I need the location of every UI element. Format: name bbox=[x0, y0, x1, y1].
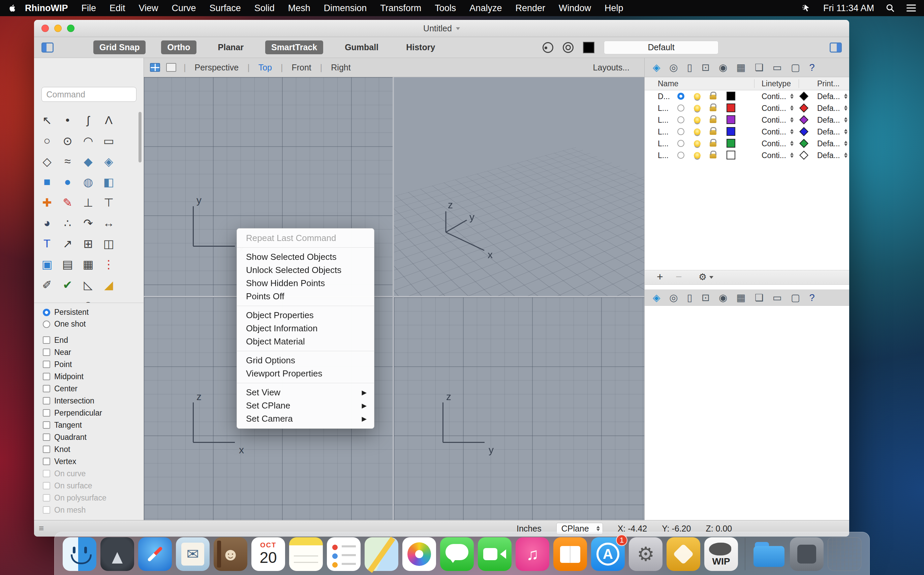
menu-dimension[interactable]: Dimension bbox=[317, 3, 374, 13]
layer-row[interactable]: D... Conti... Defa... bbox=[645, 91, 849, 102]
page-panel-tab-icon[interactable]: ❏ bbox=[755, 292, 764, 303]
column-name[interactable]: Name bbox=[658, 79, 678, 88]
checkbox-icon[interactable] bbox=[43, 337, 50, 344]
help-panel-tab-icon[interactable]: ? bbox=[809, 62, 814, 73]
lock-icon[interactable] bbox=[710, 106, 716, 111]
osnap-persistent-option[interactable]: Persistent bbox=[34, 307, 144, 318]
dock-trash-icon[interactable] bbox=[828, 537, 861, 571]
minimize-button[interactable] bbox=[54, 25, 62, 32]
polygon-tool-icon[interactable]: ◇ bbox=[37, 151, 57, 172]
menu-window[interactable]: Window bbox=[552, 3, 598, 13]
lock-icon[interactable] bbox=[710, 118, 716, 123]
layers-panel-tab-icon[interactable]: ◈ bbox=[653, 292, 660, 303]
snap-end[interactable]: End bbox=[34, 334, 144, 346]
named-views-panel-tab-icon[interactable]: ◉ bbox=[719, 292, 727, 303]
smarttrack-toggle[interactable]: SmartTrack bbox=[265, 40, 323, 54]
sphere-tool-icon[interactable]: ● bbox=[57, 172, 78, 192]
lock-icon[interactable] bbox=[710, 142, 716, 147]
current-layer-radio[interactable] bbox=[677, 93, 684, 100]
dashes-tool-icon[interactable]: ┄ bbox=[57, 295, 78, 303]
rectangle-tool-icon[interactable]: ▭ bbox=[98, 130, 119, 151]
snap-vertex[interactable]: Vertex bbox=[34, 455, 144, 467]
checkbox-icon[interactable] bbox=[43, 397, 50, 405]
add-layer-button[interactable]: + bbox=[657, 271, 663, 283]
layer-print-width[interactable]: Defa... bbox=[817, 115, 848, 124]
checkbox-icon[interactable] bbox=[43, 421, 50, 429]
print-color-diamond[interactable] bbox=[799, 115, 808, 124]
single-view-layout-icon[interactable] bbox=[166, 63, 176, 72]
scale-tool-icon[interactable]: ↔ bbox=[98, 213, 119, 233]
layer-linetype[interactable]: Conti... bbox=[762, 151, 794, 160]
record-history-icon[interactable] bbox=[563, 42, 573, 53]
hatch-panel-tab-icon[interactable]: ▦ bbox=[736, 62, 745, 73]
dock-finder-icon[interactable] bbox=[63, 537, 96, 571]
planar-toggle[interactable]: Planar bbox=[212, 40, 250, 54]
apple-icon[interactable] bbox=[8, 3, 16, 13]
title-bar[interactable]: Untitled bbox=[34, 20, 849, 37]
dock-launchpad-icon[interactable] bbox=[100, 537, 134, 571]
check-tool-icon[interactable]: ✔ bbox=[57, 274, 78, 295]
menu-item-object-information[interactable]: Object Information bbox=[237, 322, 374, 335]
zoom-button[interactable] bbox=[67, 25, 75, 32]
checkbox-icon[interactable] bbox=[43, 458, 50, 465]
anchor-tool-icon[interactable]: ⊤ bbox=[98, 192, 119, 213]
radio-unselected-icon[interactable] bbox=[43, 321, 50, 328]
menu-app-name[interactable]: RhinoWIP bbox=[18, 3, 75, 13]
layer-row[interactable]: L... Conti... Defa... bbox=[645, 138, 849, 149]
layer-row[interactable]: L... Conti... Defa... bbox=[645, 149, 849, 161]
spotlight-search-icon[interactable] bbox=[886, 3, 895, 13]
layer-color-swatch[interactable] bbox=[727, 139, 735, 148]
menu-item-object-properties[interactable]: Object Properties bbox=[237, 309, 374, 322]
layer-print-width[interactable]: Defa... bbox=[817, 151, 848, 160]
select-pointer-tool-icon[interactable]: ↖ bbox=[37, 110, 57, 130]
menu-view[interactable]: View bbox=[132, 3, 165, 13]
menu-solid[interactable]: Solid bbox=[248, 3, 281, 13]
layer-options-dropdown[interactable]: ⚙ bbox=[699, 272, 713, 283]
layer-print-width[interactable]: Defa... bbox=[817, 103, 848, 113]
menu-analyze[interactable]: Analyze bbox=[463, 3, 508, 13]
plane-tool-icon[interactable]: ◧ bbox=[98, 172, 119, 192]
properties-panel-tab-icon[interactable]: ◎ bbox=[669, 62, 678, 73]
menu-render[interactable]: Render bbox=[508, 3, 552, 13]
radio-selected-icon[interactable] bbox=[43, 309, 50, 316]
layer-color-swatch[interactable] bbox=[727, 103, 735, 112]
freeform-curve-tool-icon[interactable]: ≈ bbox=[57, 151, 78, 172]
right-panel-toggle-icon[interactable] bbox=[830, 43, 842, 52]
menu-item-viewport-properties[interactable]: Viewport Properties bbox=[237, 367, 374, 380]
command-input[interactable] bbox=[41, 87, 137, 102]
tab-right[interactable]: Right bbox=[330, 63, 352, 73]
dock-rhino-wip-icon[interactable]: WIP bbox=[704, 537, 738, 571]
layer-print-width[interactable]: Defa... bbox=[817, 92, 848, 101]
current-layer-radio[interactable] bbox=[677, 128, 684, 135]
snap-knot[interactable]: Knot bbox=[34, 443, 144, 455]
checkbox-icon[interactable] bbox=[43, 446, 50, 453]
snap-tangent[interactable]: Tangent bbox=[34, 419, 144, 431]
lock-icon[interactable] bbox=[710, 154, 716, 159]
menu-item-set-camera[interactable]: Set Camera▶ bbox=[237, 412, 374, 425]
properties-panel-tab-icon[interactable]: ◎ bbox=[669, 292, 678, 303]
edit-pen-tool-icon[interactable]: ✐ bbox=[37, 274, 57, 295]
layouts-button[interactable]: Layouts... bbox=[593, 63, 638, 73]
bulb-icon[interactable] bbox=[694, 140, 700, 147]
materials-panel-tab-icon[interactable]: ⊡ bbox=[702, 62, 710, 73]
display-panel-tab-icon[interactable]: ▢ bbox=[791, 62, 800, 73]
current-layer-radio[interactable] bbox=[677, 116, 684, 123]
viewport-perspective[interactable]: z y x bbox=[394, 77, 644, 296]
menu-item-set-cplane[interactable]: Set CPlane▶ bbox=[237, 399, 374, 412]
snap-perpendicular[interactable]: Perpendicular bbox=[34, 407, 144, 419]
boolean-tool-icon[interactable]: ◕ bbox=[37, 213, 57, 233]
checkbox-icon[interactable] bbox=[43, 385, 50, 392]
dock-yellow-app-icon[interactable] bbox=[667, 537, 700, 571]
menu-item-show-selected-objects[interactable]: Show Selected Objects bbox=[237, 251, 374, 264]
frame-panel-tab-icon[interactable]: ▭ bbox=[773, 292, 782, 303]
tab-perspective[interactable]: Perspective bbox=[194, 63, 240, 73]
menu-tools[interactable]: Tools bbox=[428, 3, 463, 13]
layer-row[interactable]: L... Conti... Defa... bbox=[645, 114, 849, 126]
snap-midpoint[interactable]: Midpoint bbox=[34, 370, 144, 383]
print-color-diamond[interactable] bbox=[799, 127, 808, 136]
dock-music-icon[interactable] bbox=[516, 537, 549, 571]
dock-photos-icon[interactable] bbox=[402, 537, 436, 571]
snap-near[interactable]: Near bbox=[34, 346, 144, 358]
dock-calendar-icon[interactable]: OCT 20 bbox=[251, 537, 285, 571]
menu-help[interactable]: Help bbox=[598, 3, 630, 13]
